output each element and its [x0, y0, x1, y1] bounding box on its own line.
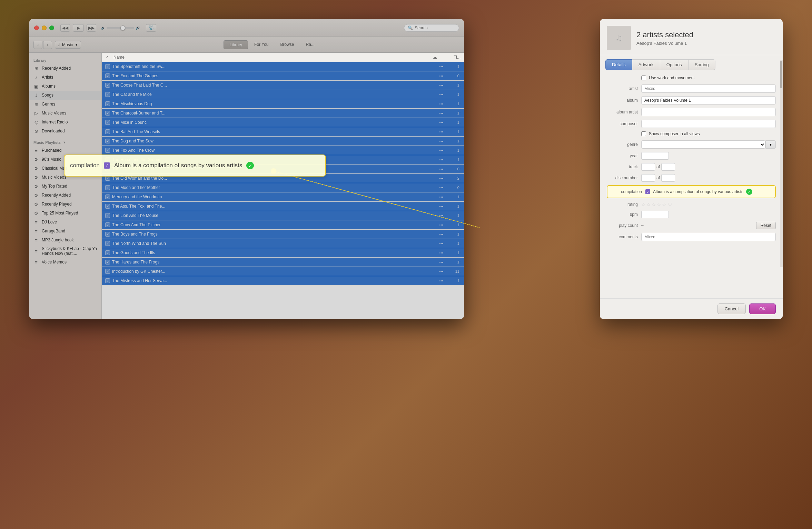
song-dots[interactable]: ••• — [439, 102, 443, 106]
song-row[interactable]: ✓ The Hares and The Frogs ••• 1: — [102, 258, 464, 267]
song-checkbox[interactable]: ✓ — [105, 111, 110, 116]
song-checkbox[interactable]: ✓ — [105, 101, 110, 106]
nav-location[interactable]: ♩ Music ▼ — [55, 41, 81, 49]
sidebar-item-recently-added-pl[interactable]: ⚙ Recently Added — [29, 191, 101, 200]
song-checkbox[interactable]: ✓ — [105, 83, 110, 88]
col-time-header[interactable]: Ti... — [443, 55, 461, 60]
star-5[interactable]: ☆ — [662, 202, 666, 207]
tab-library[interactable]: Library — [224, 40, 248, 49]
sidebar-item-garageband[interactable]: ≡ GarageBand — [29, 227, 101, 236]
song-row[interactable]: ✓ The North Wind and The Sun ••• 1: — [102, 239, 464, 248]
song-dots[interactable]: ••• — [439, 158, 443, 162]
song-row[interactable]: ✓ Introduction by GK Chester... ••• 11: — [102, 267, 464, 276]
song-dots[interactable]: ••• — [439, 241, 443, 246]
album-input[interactable] — [641, 96, 776, 104]
track-total-input[interactable] — [661, 163, 675, 171]
song-checkbox[interactable]: ✓ — [105, 250, 110, 255]
star-4[interactable]: ☆ — [657, 202, 661, 207]
year-input[interactable] — [641, 152, 669, 160]
sidebar-item-top-25[interactable]: ⚙ Top 25 Most Played — [29, 209, 101, 218]
album-artist-input[interactable] — [641, 108, 776, 116]
song-dots[interactable]: ••• — [439, 260, 443, 264]
song-checkbox[interactable]: ✓ — [105, 269, 110, 274]
tab-radio[interactable]: Ra... — [300, 40, 320, 49]
sidebar-item-mp3-jungle[interactable]: ≡ MP3 Jungle book — [29, 236, 101, 244]
song-dots[interactable]: ••• — [439, 186, 443, 190]
song-row[interactable]: ✓ The Spendthrift and the Sw... ••• 1: — [102, 62, 464, 71]
nav-back[interactable]: ‹ — [33, 41, 42, 49]
dialog-scrollbar[interactable] — [780, 60, 783, 267]
song-row[interactable]: ✓ Mercury and the Woodman ••• 1: — [102, 192, 464, 202]
artist-input[interactable] — [641, 84, 776, 93]
song-row[interactable]: ✓ The Goods and The Ills ••• 1: — [102, 248, 464, 258]
song-dots[interactable]: ••• — [439, 83, 443, 87]
sidebar-item-voice-memos[interactable]: ≡ Voice Memos — [29, 258, 101, 267]
song-row[interactable]: ✓ The Charcoal-Burner and T... ••• 1: — [102, 109, 464, 118]
song-dots[interactable]: ••• — [439, 92, 443, 97]
song-checkbox[interactable]: ✓ — [105, 73, 110, 78]
song-dots[interactable]: ••• — [439, 139, 443, 143]
song-row[interactable]: ✓ The Fox and The Grapes ••• 0: — [102, 71, 464, 81]
song-dots[interactable]: ••• — [439, 74, 443, 78]
song-checkbox[interactable]: ✓ — [105, 204, 110, 209]
song-checkbox[interactable]: ✓ — [105, 213, 110, 218]
composer-input[interactable] — [641, 120, 776, 128]
col-name-header[interactable]: Name — [113, 55, 433, 60]
star-2[interactable]: ☆ — [646, 202, 651, 207]
song-dots[interactable]: ••• — [439, 176, 443, 180]
song-dots[interactable]: ••• — [439, 204, 443, 208]
song-row[interactable]: ✓ The Fox And The Crow ••• 1: — [102, 146, 464, 155]
song-dots[interactable]: ••• — [439, 148, 443, 152]
fast-forward-button[interactable]: ▶▶ — [87, 24, 96, 32]
ok-button[interactable]: OK — [749, 303, 776, 314]
sidebar-item-stickybuds[interactable]: ≡ Stickybuds & K+Lab - Clap Ya Hands Now… — [29, 244, 101, 258]
song-dots[interactable]: ••• — [439, 279, 443, 283]
song-checkbox[interactable]: ✓ — [105, 222, 110, 227]
star-3[interactable]: ☆ — [652, 202, 656, 207]
song-checkbox[interactable]: ✓ — [105, 148, 110, 153]
tab-for-you[interactable]: For You — [249, 40, 274, 49]
song-row[interactable]: ✓ The Bat And The Weasels ••• 1: — [102, 127, 464, 137]
song-checkbox[interactable]: ✓ — [105, 278, 110, 283]
song-checkbox[interactable]: ✓ — [105, 194, 110, 199]
volume-slider[interactable]: 🔈 🔊 — [101, 26, 140, 30]
sidebar-item-purchased[interactable]: ≡ Purchased — [29, 146, 101, 155]
song-dots[interactable]: ••• — [439, 223, 443, 227]
genre-select[interactable] — [641, 140, 765, 149]
track-input[interactable] — [641, 163, 655, 171]
sidebar-item-internet-radio[interactable]: ◎ Internet Radio — [29, 118, 101, 127]
song-dots[interactable]: ••• — [439, 167, 443, 171]
tab-details[interactable]: Details — [605, 59, 632, 70]
star-1[interactable]: ☆ — [641, 202, 646, 207]
song-row[interactable]: ✓ The Dog and The Sow ••• 1: — [102, 137, 464, 146]
sidebar-item-albums[interactable]: ▣ Albums — [29, 82, 101, 91]
close-button[interactable] — [34, 26, 39, 30]
sidebar-item-artists[interactable]: ♪ Artists — [29, 73, 101, 82]
sidebar-item-downloaded[interactable]: ⊙ Downloaded — [29, 127, 101, 136]
airplay-button[interactable]: 📡 — [146, 24, 156, 32]
tab-artwork[interactable]: Artwork — [632, 59, 660, 70]
song-checkbox[interactable]: ✓ — [105, 129, 110, 134]
song-row[interactable]: ✓ The Lion And The Mouse ••• 1: — [102, 211, 464, 220]
compilation-checkbox[interactable]: ✓ — [645, 189, 650, 194]
sidebar-item-music-videos[interactable]: ▷ Music Videos — [29, 109, 101, 118]
maximize-button[interactable] — [49, 26, 54, 30]
song-row[interactable]: ✓ The Crow And The Pitcher ••• 1: — [102, 220, 464, 230]
song-row[interactable]: ✓ The Mischievous Dog ••• 1: — [102, 99, 464, 109]
rewind-button[interactable]: ◀◀ — [60, 24, 70, 32]
genre-dropdown[interactable]: ▼ — [765, 140, 776, 149]
tab-sorting[interactable]: Sorting — [689, 59, 715, 70]
play-button[interactable]: ▶ — [73, 24, 84, 32]
song-row[interactable]: ✓ The Moon and her Mother ••• 0: — [102, 183, 464, 192]
sidebar-item-recently-added[interactable]: ⊞ Recently Added — [29, 64, 101, 73]
comments-input[interactable] — [641, 233, 776, 241]
rating-stars[interactable]: ☆ ☆ ☆ ☆ ☆ — [641, 202, 666, 207]
sidebar-item-recently-played[interactable]: ⚙ Recently Played — [29, 200, 101, 209]
sidebar-item-genres[interactable]: ≋ Genres — [29, 100, 101, 109]
song-row[interactable]: ✓ The Boys and The Frogs ••• 1: — [102, 230, 464, 239]
disc-total-input[interactable] — [661, 174, 675, 182]
song-row[interactable]: ✓ The Cat and the Mice ••• 1: — [102, 90, 464, 99]
minimize-button[interactable] — [42, 26, 47, 30]
show-composer-checkbox[interactable] — [641, 131, 646, 136]
song-checkbox[interactable]: ✓ — [105, 232, 110, 237]
